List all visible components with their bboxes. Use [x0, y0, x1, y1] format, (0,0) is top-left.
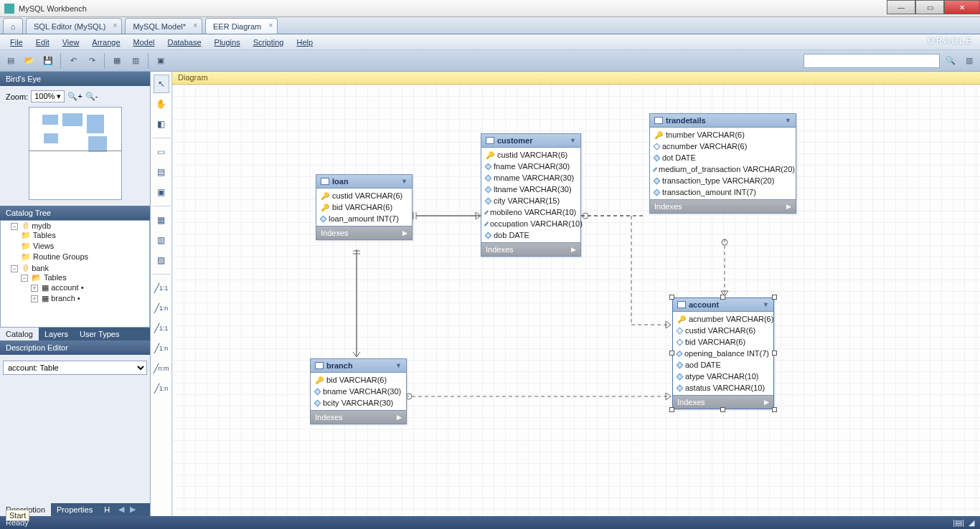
diagram-canvas[interactable]: loan▼ 🔑custid VARCHAR(6) 🔑bid VARCHAR(6)… — [172, 85, 980, 516]
minimize-button[interactable]: — — [887, 0, 915, 14]
table-icon — [315, 362, 324, 369]
rel-1-1-nonid-icon[interactable]: ╱1:1 — [154, 279, 169, 297]
tab-mysql-model[interactable]: MySQL Model* × — [125, 18, 202, 34]
table-tool-icon[interactable]: ▦ — [154, 211, 169, 229]
resize-handle[interactable] — [772, 351, 777, 356]
panel-tab-right-arrow[interactable]: ▶ — [127, 503, 138, 516]
catalog-tree[interactable]: − 🛢 mydb 📁 Tables 📁 Views 📁 Routine Grou… — [0, 220, 150, 328]
view-tool-icon[interactable]: ▥ — [154, 231, 169, 249]
resize-handle[interactable] — [669, 295, 674, 300]
layer-tool-icon[interactable]: ▭ — [154, 143, 169, 161]
panel-tab-layers[interactable]: Layers — [39, 328, 74, 340]
chevron-down-icon[interactable]: ▼ — [395, 362, 402, 369]
menu-plugins[interactable]: Plugins — [209, 37, 246, 48]
entity-loan[interactable]: loan▼ 🔑custid VARCHAR(6) 🔑bid VARCHAR(6)… — [316, 174, 413, 240]
panel-toggle-icon[interactable]: ▥ — [961, 53, 977, 69]
svg-line-4 — [476, 216, 481, 219]
menu-arrange[interactable]: Arrange — [86, 37, 126, 48]
resize-handle[interactable] — [720, 407, 725, 412]
pointer-tool-icon[interactable]: ↖ — [154, 75, 169, 93]
birds-eye-minimap[interactable] — [29, 107, 122, 200]
resize-handle[interactable] — [669, 351, 674, 356]
diamond-icon — [654, 189, 661, 196]
chevron-right-icon[interactable]: ▶ — [397, 414, 402, 421]
menu-scripting[interactable]: Scripting — [248, 37, 290, 48]
tab-sql-editor[interactable]: SQL Editor (MySQL) × — [26, 18, 122, 34]
close-button[interactable]: ✕ — [944, 0, 980, 14]
entity-account[interactable]: account▼ 🔑acnumber VARCHAR(6) custid VAR… — [672, 297, 774, 409]
chevron-right-icon[interactable]: ▶ — [764, 399, 769, 406]
tab-eer-diagram[interactable]: EER Diagram × — [205, 18, 278, 34]
chevron-right-icon[interactable]: ▶ — [571, 246, 576, 253]
image-tool-icon[interactable]: ▣ — [154, 183, 169, 201]
zoom-select[interactable]: 100% ▾ — [31, 90, 65, 103]
svg-point-20 — [406, 394, 412, 399]
chevron-down-icon[interactable]: ▼ — [785, 117, 791, 124]
zoom-out-icon[interactable]: 🔍- — [85, 92, 98, 101]
zoom-in-icon[interactable]: 🔍+ — [67, 92, 82, 101]
eraser-tool-icon[interactable]: ◧ — [154, 115, 169, 133]
rel-1-1-id-icon[interactable]: ╱1:1 — [154, 319, 169, 338]
menu-view[interactable]: View — [57, 37, 85, 48]
birds-eye-header: Bird's Eye — [0, 72, 150, 86]
tree-item-account[interactable]: + ▦ account • — [31, 282, 149, 293]
panel-tab-history[interactable]: H — [98, 503, 116, 516]
zoom-label: Zoom: — [6, 92, 28, 101]
search-input[interactable] — [804, 54, 940, 68]
tree-item-branch[interactable]: + ▦ branch • — [31, 293, 149, 304]
panel-tab-usertypes[interactable]: User Types — [74, 328, 125, 340]
resize-handle[interactable] — [772, 407, 777, 412]
chevron-down-icon[interactable]: ▼ — [401, 178, 407, 185]
menu-file[interactable]: File — [4, 37, 29, 48]
new-file-icon[interactable]: ▤ — [3, 53, 19, 69]
entity-branch[interactable]: branch▼ 🔑bid VARCHAR(6) bname VARCHAR(30… — [310, 358, 407, 424]
maximize-button[interactable]: ▭ — [915, 0, 944, 14]
rel-1-n-nonid-icon[interactable]: ╱1:n — [154, 299, 169, 318]
search-icon[interactable]: 🔍 — [943, 53, 958, 69]
tab-close-icon[interactable]: × — [268, 22, 273, 29]
panel-tab-properties[interactable]: Properties — [51, 503, 98, 516]
separator — [148, 53, 149, 69]
routine-tool-icon[interactable]: ▨ — [154, 251, 169, 270]
redo-icon[interactable]: ↷ — [84, 53, 100, 69]
resize-handle[interactable] — [772, 295, 777, 300]
entity-title: branch — [326, 361, 353, 370]
chevron-right-icon[interactable]: ▶ — [402, 229, 407, 237]
menu-model[interactable]: Model — [128, 37, 161, 48]
rel-1-n-id-icon[interactable]: ╱1:n — [154, 339, 169, 358]
diagram-header: Diagram — [172, 72, 980, 85]
tab-close-icon[interactable]: × — [113, 22, 118, 29]
menu-edit[interactable]: Edit — [30, 37, 55, 48]
export-icon[interactable]: ▣ — [153, 53, 169, 69]
rel-1-n-existing-icon[interactable]: ╱1:n — [154, 379, 169, 398]
start-tooltip: Start — [6, 510, 29, 521]
panel-tab-catalog[interactable]: Catalog — [0, 328, 39, 340]
description-select[interactable]: account: Table — [3, 361, 147, 375]
entity-customer[interactable]: customer▼ 🔑custid VARCHAR(6) fname VARCH… — [481, 133, 581, 257]
panel-tab-left-arrow[interactable]: ◀ — [116, 503, 127, 516]
align-icon[interactable]: ▥ — [128, 53, 143, 69]
home-tab[interactable]: ⌂ — [3, 18, 23, 34]
menu-help[interactable]: Help — [291, 37, 319, 48]
chevron-right-icon[interactable]: ▶ — [786, 203, 791, 210]
note-tool-icon[interactable]: ▤ — [154, 163, 169, 181]
indexes-label: Indexes — [321, 229, 349, 237]
diamond-icon — [677, 361, 684, 368]
chevron-down-icon[interactable]: ▼ — [763, 301, 769, 308]
hand-tool-icon[interactable]: ✋ — [154, 95, 169, 113]
tab-close-icon[interactable]: × — [193, 22, 197, 29]
grid-icon[interactable]: ▦ — [109, 53, 125, 69]
entity-trandetails[interactable]: trandetails▼ 🔑tnumber VARCHAR(6) acnumbe… — [649, 113, 796, 214]
open-file-icon[interactable]: 📂 — [22, 53, 37, 69]
chevron-down-icon[interactable]: ▼ — [570, 137, 576, 144]
resize-handle[interactable] — [669, 407, 674, 412]
statusbar: Ready |▤| ◢ — [0, 516, 980, 529]
rel-n-m-icon[interactable]: ╱n:m — [154, 359, 169, 378]
table-icon — [486, 137, 494, 144]
undo-icon[interactable]: ↶ — [65, 53, 81, 69]
menu-database[interactable]: Database — [161, 37, 207, 48]
svg-line-3 — [476, 212, 481, 216]
resize-handle[interactable] — [720, 295, 725, 300]
save-icon[interactable]: 💾 — [40, 53, 56, 69]
app-icon — [4, 4, 14, 14]
